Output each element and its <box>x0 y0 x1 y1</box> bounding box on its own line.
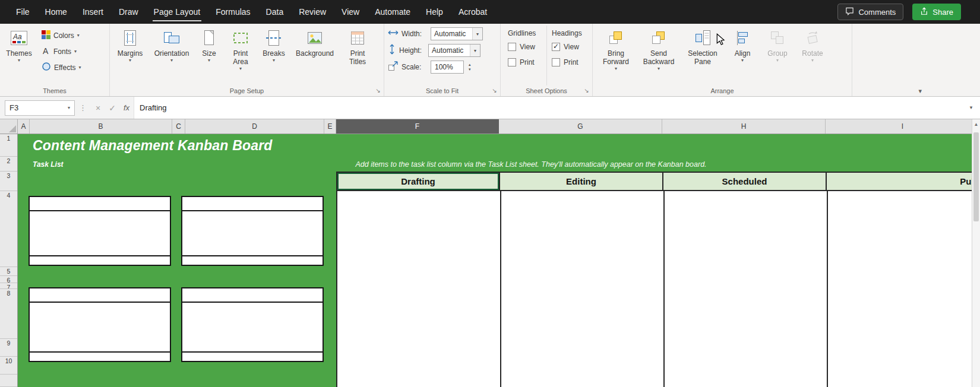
send-backward-button[interactable]: Send Backward ▾ <box>639 26 678 81</box>
row-header-8[interactable]: 8 <box>0 289 17 339</box>
comments-button[interactable]: Comments <box>837 4 903 20</box>
row-header-2[interactable]: 2 <box>0 157 17 172</box>
theme-effects-icon <box>42 62 51 73</box>
expand-formula-bar-icon[interactable]: ▾ <box>962 97 980 119</box>
kanban-header-scheduled[interactable]: Scheduled <box>663 173 827 190</box>
col-header-h[interactable]: H <box>662 119 826 134</box>
spinner-down-icon: ▾ <box>469 67 471 72</box>
row-header-3[interactable]: 3 <box>0 172 17 191</box>
menu-tab-file[interactable]: File <box>8 0 37 24</box>
comments-icon <box>845 7 854 17</box>
align-icon <box>735 28 750 47</box>
col-header-f[interactable]: F <box>336 119 499 134</box>
kanban-header-editing[interactable]: Editing <box>500 173 663 190</box>
menu-tab-review[interactable]: Review <box>291 0 334 24</box>
task-card[interactable] <box>181 196 324 266</box>
column-divider <box>827 191 828 387</box>
row-header-5[interactable]: 5 <box>0 267 17 276</box>
cancel-button[interactable]: × <box>91 103 105 113</box>
col-header-e[interactable]: E <box>324 119 336 134</box>
task-card[interactable] <box>181 287 324 362</box>
row-header-11[interactable] <box>0 375 17 387</box>
menu-tab-draw[interactable]: Draw <box>111 0 146 24</box>
theme-fonts-icon: A <box>42 46 50 57</box>
subtitle-banner: Task List Add items to the task list col… <box>18 157 980 172</box>
orientation-button[interactable]: Orientation ▾ <box>150 26 193 81</box>
print-titles-button[interactable]: Print Titles <box>340 26 375 81</box>
col-header-d[interactable]: D <box>185 119 324 134</box>
width-select[interactable]: Automatic ▾ <box>431 27 483 40</box>
row-header-1[interactable]: 1 <box>0 134 17 157</box>
kanban-header-drafting[interactable]: Drafting <box>337 173 500 190</box>
select-all-corner[interactable] <box>0 119 18 134</box>
menu-bar: File Home Insert Draw Page Layout Formul… <box>0 0 980 24</box>
scale-input[interactable]: 100% <box>431 61 464 74</box>
excel-window: File Home Insert Draw Page Layout Formul… <box>0 0 980 387</box>
task-card[interactable] <box>29 196 171 266</box>
align-button[interactable]: Align ▾ <box>727 26 758 81</box>
ribbon-group-sheet-options: Gridlines View Print Headings View <box>501 24 593 96</box>
menu-tab-formulas[interactable]: Formulas <box>208 0 258 24</box>
menu-tab-home[interactable]: Home <box>37 0 75 24</box>
background-button[interactable]: Background <box>292 26 338 81</box>
scale-to-fit-dialog-launcher[interactable]: ↘ <box>491 87 498 94</box>
row-header-7[interactable]: 7 <box>0 283 17 289</box>
theme-fonts-button[interactable]: A Fonts ▾ <box>38 43 84 59</box>
menu-tab-automate[interactable]: Automate <box>367 0 418 24</box>
menu-tab-acrobat[interactable]: Acrobat <box>451 0 495 24</box>
margins-button[interactable]: Margins ▾ <box>112 26 148 81</box>
send-backward-icon <box>651 28 666 47</box>
menu-tab-help[interactable]: Help <box>418 0 451 24</box>
checkbox <box>508 43 516 51</box>
collapse-ribbon-button[interactable]: ▾ <box>918 87 922 95</box>
menu-tab-insert[interactable]: Insert <box>75 0 111 24</box>
row-header-9[interactable]: 9 <box>0 339 17 357</box>
formula-bar: F3 ▾ ⋮ × ✓ fx Drafting ▾ <box>0 97 980 119</box>
scrollbar-thumb[interactable] <box>973 132 979 221</box>
print-area-button[interactable]: Print Area ▾ <box>225 26 256 81</box>
sheet-options-dialog-launcher[interactable]: ↘ <box>583 87 590 94</box>
size-button[interactable]: Size ▾ <box>195 26 223 81</box>
task-card-footer-row <box>182 351 323 361</box>
col-header-c[interactable]: C <box>172 119 185 134</box>
kanban-header-published[interactable]: Published <box>827 173 980 190</box>
themes-button[interactable]: Aa Themes ▾ <box>2 26 36 81</box>
row-header-10[interactable]: 10 <box>0 357 17 375</box>
theme-colors-button[interactable]: Colors ▾ <box>38 27 84 43</box>
page-setup-dialog-launcher[interactable]: ↘ <box>374 87 382 94</box>
headings-view-checkbox[interactable]: View <box>547 39 590 55</box>
insert-function-button[interactable]: fx <box>119 103 134 112</box>
task-card[interactable] <box>29 287 171 362</box>
ribbon-spacer <box>852 24 980 96</box>
theme-effects-button[interactable]: Effects ▾ <box>38 59 84 75</box>
col-header-b[interactable]: B <box>30 119 172 134</box>
height-select[interactable]: Automatic ▾ <box>428 44 480 57</box>
scroll-up-icon[interactable]: ▲ <box>972 119 980 130</box>
task-card-footer-row <box>182 255 323 265</box>
col-header-g[interactable]: G <box>499 119 662 134</box>
kanban-header-row: Drafting Editing Scheduled Published <box>336 172 980 191</box>
headings-print-checkbox[interactable]: Print <box>547 55 590 70</box>
col-header-a[interactable]: A <box>18 119 30 134</box>
name-box[interactable]: F3 ▾ <box>5 100 75 116</box>
share-button[interactable]: Share <box>912 4 961 20</box>
row-header-6[interactable]: 6 <box>0 276 17 283</box>
gridlines-view-checkbox[interactable]: View <box>503 39 546 55</box>
scale-spinner[interactable]: ▴ ▾ <box>469 62 471 72</box>
breaks-button[interactable]: Breaks ▾ <box>258 26 289 81</box>
row-header-4[interactable]: 4 <box>0 191 17 267</box>
svg-text:Aa: Aa <box>12 33 22 41</box>
menu-tab-view[interactable]: View <box>334 0 367 24</box>
col-header-i[interactable]: I <box>826 119 980 134</box>
background-icon <box>306 28 323 47</box>
formula-input[interactable]: Drafting <box>134 97 962 119</box>
enter-button[interactable]: ✓ <box>105 103 119 113</box>
height-icon <box>388 44 396 57</box>
menu-tab-data[interactable]: Data <box>258 0 292 24</box>
menu-tab-page-layout[interactable]: Page Layout <box>146 0 208 24</box>
checkbox <box>552 58 560 66</box>
bring-forward-button[interactable]: Bring Forward ▾ <box>598 26 634 81</box>
print-titles-icon <box>350 28 365 47</box>
gridlines-print-checkbox[interactable]: Print <box>503 55 546 70</box>
vertical-scrollbar[interactable]: ▲ <box>972 119 980 387</box>
